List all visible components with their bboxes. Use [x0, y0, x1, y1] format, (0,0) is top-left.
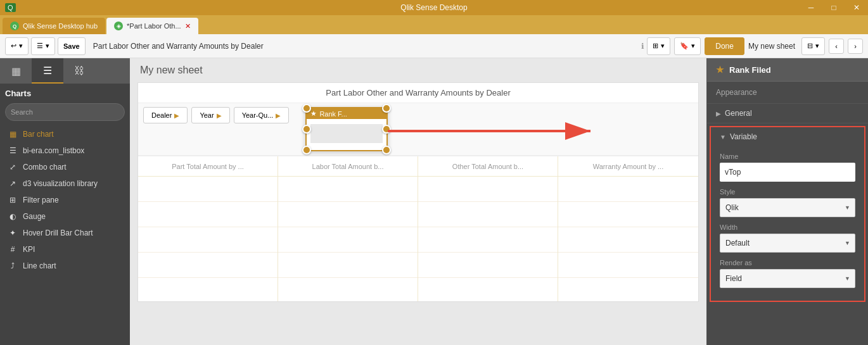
main-layout: ▦ ☰ ⛓ Charts ▦ Bar chart ☰ bi-era.com_li… — [0, 58, 868, 345]
view-dropdown-icon: ▾ — [661, 42, 665, 50]
sidebar-item-gauge[interactable]: ◐ Gauge — [5, 208, 125, 225]
charts-panel-icon[interactable]: ▦ — [0, 58, 32, 84]
undo-menu-button[interactable]: ↩ ▾ — [5, 37, 29, 55]
done-button[interactable]: Done — [705, 37, 744, 55]
nav-back-button[interactable]: ‹ — [829, 39, 844, 54]
left-panel: ▦ ☰ ⛓ Charts ▦ Bar chart ☰ bi-era.com_li… — [0, 58, 130, 345]
tab-hub-icon: Q — [10, 22, 19, 30]
variable-accordion-header[interactable]: ▼ Variable — [711, 127, 864, 146]
red-arrow-svg — [388, 120, 610, 151]
filter-yearqu-arrow: ▶ — [276, 112, 281, 119]
info-icon: ℹ — [641, 42, 644, 51]
bar-chart-label: Bar chart — [23, 130, 54, 139]
layout-icon: ⊟ — [807, 42, 813, 50]
link-panel-icon[interactable]: ⛓ — [63, 58, 95, 84]
width-select-wrapper: Default ▼ — [720, 234, 855, 253]
nav-forward-button[interactable]: › — [848, 39, 863, 54]
sidebar-item-hover-drill[interactable]: ✦ Hover Drill Bar Chart — [5, 225, 125, 241]
sidebar-item-filter-pane[interactable]: ⊞ Filter pane — [5, 192, 125, 208]
chart-col-3-rows — [558, 177, 698, 301]
sidebar-item-combo-chart[interactable]: ⤢ Combo chart — [5, 159, 125, 175]
sheet-name-label: My new sheet — [748, 42, 795, 51]
chart-col-0-rows — [138, 177, 278, 301]
hover-drill-label: Hover Drill Bar Chart — [23, 229, 93, 237]
variable-accordion-label: Variable — [730, 132, 757, 141]
close-button[interactable]: ✕ — [845, 0, 868, 15]
render-select-wrapper: Field ▼ — [720, 269, 855, 288]
search-input[interactable] — [5, 103, 125, 121]
general-chevron-icon: ▶ — [716, 110, 721, 117]
tab-chart[interactable]: ◈ *Part Labor Oth... ✕ — [106, 18, 198, 34]
maximize-button[interactable]: □ — [822, 0, 845, 15]
chart-title: Part Labor Other and Warranty Amounts by… — [138, 83, 698, 103]
sheet-title: My new sheet — [130, 58, 706, 80]
app-logo: Q — [5, 3, 16, 12]
charts-section: Charts ▦ Bar chart ☰ bi-era.com_listbox … — [0, 84, 130, 279]
minimize-button[interactable]: ─ — [800, 0, 822, 15]
list-menu-button[interactable]: ☰ ▾ — [31, 37, 55, 55]
gauge-label: Gauge — [23, 212, 46, 221]
width-select[interactable]: Default — [720, 234, 855, 253]
window-title: Qlik Sense Desktop — [400, 3, 467, 12]
rank-field-content — [307, 119, 386, 148]
list-panel-icon[interactable]: ☰ — [32, 58, 63, 84]
d3-viz-icon: ↗ — [8, 179, 18, 188]
resize-handle-bl[interactable] — [302, 146, 311, 154]
appearance-label: Appearance — [716, 88, 757, 97]
toolbar: ↩ ▾ ☰ ▾ Save Part Labor Other and Warran… — [0, 34, 868, 58]
filter-year-arrow: ▶ — [217, 112, 222, 119]
toolbar-right: ⊞ ▾ 🔖 ▾ Done My new sheet ⊟ ▾ ‹ › — [647, 37, 863, 55]
chart-columns-area: Part Total Amount by ... Labor Total Amo… — [138, 156, 698, 301]
combo-chart-icon: ⤢ — [8, 163, 18, 172]
bookmark-button[interactable]: 🔖 ▾ — [674, 37, 701, 55]
tab-hub-label: Qlik Sense Desktop hub — [23, 22, 98, 30]
filter-year-button[interactable]: Year ▶ — [191, 107, 229, 123]
filter-dealer-button[interactable]: Dealer ▶ — [143, 107, 188, 123]
filter-dealer-label: Dealer — [151, 111, 172, 119]
resize-handle-ml[interactable] — [302, 125, 311, 134]
style-field-label: Style — [720, 188, 855, 196]
sidebar-item-bar-chart[interactable]: ▦ Bar chart — [5, 126, 125, 142]
sidebar-item-bi-era-listbox[interactable]: ☰ bi-era.com_listbox — [5, 142, 125, 159]
d3-viz-label: d3 visualization library — [23, 179, 98, 188]
combo-chart-label: Combo chart — [23, 163, 67, 172]
render-field-label: Render as — [720, 259, 855, 267]
right-panel-header: ★ Rank Filed — [707, 58, 868, 82]
filter-pane-label: Filter pane — [23, 196, 59, 204]
view-toggle-button[interactable]: ⊞ ▾ — [647, 37, 670, 55]
chart-col-2-header: Other Total Amount b... — [418, 156, 558, 177]
tab-chart-label: *Part Labor Oth... — [127, 22, 181, 30]
undo-icon: ↩ — [11, 42, 16, 50]
variable-section: ▼ Variable Name Style Qlik ▼ Width Defau… — [710, 126, 865, 302]
sidebar-item-d3-viz[interactable]: ↗ d3 visualization library — [5, 175, 125, 192]
name-field-input[interactable] — [720, 163, 855, 182]
undo-dropdown-icon: ▾ — [19, 42, 23, 50]
render-select[interactable]: Field — [720, 269, 855, 288]
filter-yearqu-button[interactable]: Year-Qu... ▶ — [234, 107, 290, 123]
layout-toggle-button[interactable]: ⊟ ▾ — [801, 37, 825, 55]
style-select[interactable]: Qlik — [720, 198, 855, 217]
sidebar-item-kpi[interactable]: # KPI — [5, 241, 125, 258]
resize-handle-tr[interactable] — [382, 104, 391, 113]
filter-pane-icon: ⊞ — [8, 196, 18, 204]
tab-hub[interactable]: Q Qlik Sense Desktop hub — [3, 18, 105, 34]
chart-data-grid: Part Total Amount by ... Labor Total Amo… — [138, 156, 698, 301]
chart-area[interactable]: Part Labor Other and Warranty Amounts by… — [137, 82, 699, 302]
list-dropdown-icon: ▾ — [46, 42, 49, 50]
bar-chart-icon: ▦ — [8, 130, 18, 139]
sidebar-item-line-chart[interactable]: ⤴ Line chart — [5, 258, 125, 274]
chart-col-3-header: Warranty Amount by ... — [558, 156, 698, 177]
center-content: My new sheet Part Labor Other and Warran… — [130, 58, 706, 345]
list-icon: ☰ — [37, 42, 43, 50]
save-button[interactable]: Save — [58, 37, 86, 55]
general-accordion-header[interactable]: ▶ General — [707, 104, 868, 123]
chart-filters: Dealer ▶ Year ▶ Year-Qu... ▶ ★ Ran — [138, 103, 698, 156]
rank-field-widget[interactable]: ★ Rank F... — [305, 107, 388, 151]
chart-title-label: Part Labor Other and Warranty Amounts by… — [93, 42, 639, 51]
bookmark-icon: 🔖 — [680, 42, 689, 50]
rank-field-widget-wrapper: ★ Rank F... — [305, 107, 388, 151]
tab-close-icon[interactable]: ✕ — [185, 22, 191, 30]
gauge-icon: ◐ — [8, 212, 18, 221]
bi-era-label: bi-era.com_listbox — [23, 146, 84, 155]
rank-field-icon: ★ — [310, 110, 317, 118]
